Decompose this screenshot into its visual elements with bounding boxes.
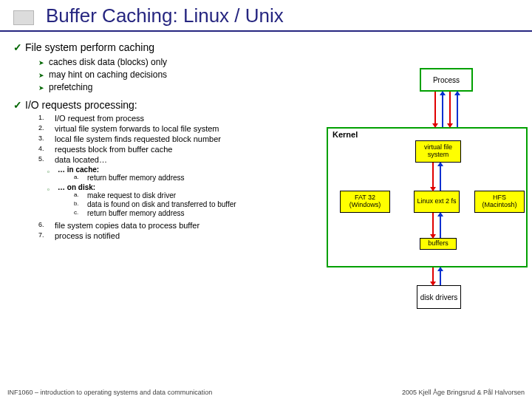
arrow-up-icon: [440, 267, 441, 285]
arrow-up-icon: [457, 92, 458, 127]
square-icon: ▫: [47, 168, 50, 175]
process-box: Process: [420, 68, 473, 92]
vfs-box: virtual file system: [415, 140, 461, 163]
arrow-down-icon: [434, 92, 436, 127]
check-icon: ✓: [13, 41, 22, 53]
arrow-down-icon: [432, 213, 434, 238]
footer-right: 2005 Kjell Åge Bringsrud & Pål Halvorsen: [402, 389, 525, 396]
title-bar: Buffer Caching: Linux / Unix: [0, 0, 532, 32]
list-item: a.make request to disk driver: [74, 191, 236, 200]
arrow-icon: ➤: [38, 72, 44, 79]
footer-left: INF1060 – introduction to operating syst…: [7, 389, 212, 396]
buffers-box: buffers: [420, 238, 457, 250]
slide-title: Buffer Caching: Linux / Unix: [46, 4, 532, 27]
list-item: c.return buffer memory address: [74, 209, 236, 217]
kernel-label: Kernel: [332, 130, 358, 139]
arrow-down-icon: [432, 163, 434, 191]
list-item: a.return buffer memory address: [74, 174, 185, 182]
square-icon: ▫: [47, 186, 50, 193]
ext-box: Linux ext 2 fs: [414, 191, 460, 213]
arrow-icon: ➤: [38, 84, 44, 92]
arrow-up-icon: [440, 213, 441, 238]
section-heading: ✓File system perform caching: [13, 41, 353, 53]
arrow-icon: ➤: [38, 59, 44, 66]
disk-box: disk drivers: [417, 285, 461, 309]
arrow-up-icon: [440, 163, 441, 191]
footer: INF1060 – introduction to operating syst…: [7, 389, 525, 396]
arrow-down-icon: [432, 267, 434, 285]
fat-box: FAT 32 (Windows): [340, 191, 390, 213]
list-item: b.data is found on disk and transferred …: [74, 200, 236, 208]
arrow-up-icon: [442, 92, 443, 127]
check-icon: ✓: [13, 99, 22, 111]
arrow-down-icon: [449, 92, 451, 127]
diagram: Process Kernel virtual file system FAT 3…: [299, 53, 528, 349]
hfs-box: HFS (Macintosh): [474, 191, 525, 213]
